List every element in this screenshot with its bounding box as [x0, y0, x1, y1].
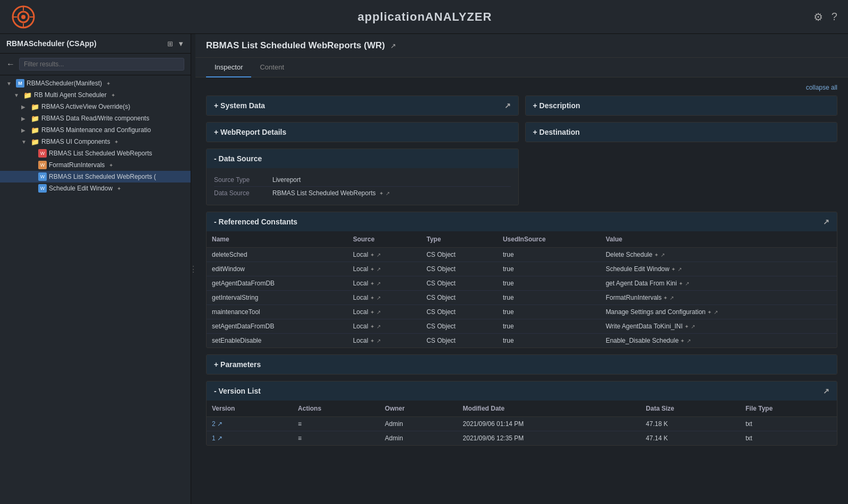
chevron-icon: ▶	[21, 116, 29, 121]
external-link-icon[interactable]: ↗	[376, 266, 381, 272]
webreport-details-header[interactable]: + WebReport Details	[207, 123, 518, 142]
sidebar-item-activeview[interactable]: ▶📁RBMAS ActiveView Override(s)	[0, 101, 191, 112]
sidebar-item-ui-components[interactable]: ▼📁RBMAS UI Components✦	[0, 136, 191, 147]
data-source-header[interactable]: - Data Source	[207, 149, 518, 168]
parameters-header[interactable]: + Parameters	[207, 355, 837, 374]
help-icon[interactable]: ?	[832, 11, 837, 23]
referenced-constants-header[interactable]: - Referenced Constants ↗	[207, 212, 837, 231]
dropdown-icon[interactable]: ▼	[177, 40, 184, 48]
actions-cell[interactable]: ≡	[293, 431, 380, 446]
tree-item-label: RB Multi Agent Scheduler	[34, 91, 107, 99]
version-header-file-type: File Type	[740, 401, 837, 417]
actions-cell[interactable]: ≡	[293, 417, 380, 431]
table-cell-value: Enable_Disable Schedule ✦ ↗	[601, 334, 837, 348]
webreport-details-panel: + WebReport Details	[206, 122, 519, 142]
pin-icon: ✦	[117, 186, 121, 192]
content-area: RBMAS List Scheduled WebReports (WR) ↗ I…	[195, 34, 848, 504]
system-data-label: + System Data	[214, 101, 265, 110]
pin-icon[interactable]: ✦	[370, 309, 374, 315]
pin-icon[interactable]: ✦	[370, 338, 374, 344]
description-header[interactable]: + Description	[526, 96, 837, 115]
pin-icon[interactable]: ✦	[663, 295, 667, 301]
field-row: Source TypeLivereport	[214, 173, 511, 187]
version-cell-data_size: 47.18 K	[640, 417, 740, 431]
external-link-icon[interactable]: ↗	[217, 435, 222, 442]
back-button[interactable]: ←	[6, 59, 15, 69]
sidebar-item-manifest[interactable]: ▼MRBMAScheduler(Manifest)✦	[0, 77, 191, 89]
pin-icon[interactable]: ✦	[370, 295, 374, 301]
pin-icon[interactable]: ✦	[707, 309, 712, 315]
external-link-icon[interactable]: ↗	[217, 420, 222, 428]
tab-content[interactable]: Content	[251, 58, 293, 77]
external-link-icon[interactable]: ↗	[376, 281, 381, 286]
table-cell-usedInSource: true	[498, 319, 601, 334]
external-link-icon[interactable]: ↗	[376, 338, 381, 344]
external-link-icon[interactable]: ↗	[376, 252, 381, 258]
pin-icon[interactable]: ✦	[680, 338, 684, 344]
external-link-icon[interactable]: ↗	[687, 338, 691, 344]
collapse-all-button[interactable]: collapse all	[206, 84, 837, 91]
external-link-icon[interactable]: ↗	[390, 42, 396, 50]
external-link-icon[interactable]: ↗	[670, 295, 674, 301]
system-data-header[interactable]: + System Data ↗	[207, 96, 518, 115]
external-link-icon[interactable]: ↗	[678, 266, 682, 272]
pin-icon[interactable]: ✦	[684, 324, 689, 329]
version-header-owner: Owner	[380, 401, 458, 417]
pin-icon[interactable]: ✦	[370, 281, 374, 286]
pin-icon: ✦	[111, 92, 115, 98]
chevron-icon: ▼	[6, 81, 14, 86]
sidebar-item-data-rw[interactable]: ▶📁RBMAS Data Read/Write components	[0, 112, 191, 124]
sidebar-header-icons: ⊞ ▼	[167, 40, 184, 48]
external-link-icon[interactable]: ↗	[376, 324, 381, 329]
sidebar-item-list-scheduled-2[interactable]: WRBMAS List Scheduled WebReports (	[0, 171, 191, 183]
tree-item-icon: 📁	[31, 114, 39, 123]
version-list-panel: - Version List ↗ VersionActionsOwnerModi…	[206, 381, 837, 446]
pin-icon[interactable]: ✦	[379, 190, 383, 196]
description-panel: + Description	[525, 95, 838, 116]
tree-item-icon: 📁	[31, 102, 39, 111]
version-header-version: Version	[207, 401, 293, 417]
sidebar-item-schedule-edit[interactable]: WSchedule Edit Window✦	[0, 183, 191, 194]
sidebar-item-rb-multi[interactable]: ▼📁RB Multi Agent Scheduler✦	[0, 89, 191, 101]
external-link-icon[interactable]: ↗	[376, 295, 381, 301]
table-row: setAgentDataFromDBLocal ✦ ↗CS Objecttrue…	[207, 319, 837, 334]
table-row: editWindowLocal ✦ ↗CS ObjecttrueSchedule…	[207, 262, 837, 276]
pin-icon[interactable]: ✦	[370, 252, 374, 258]
tree-item-icon: 📁	[31, 126, 39, 134]
tab-inspector[interactable]: Inspector	[206, 58, 251, 77]
app-logo[interactable]	[11, 4, 36, 30]
external-link-icon[interactable]: ↗	[714, 309, 718, 315]
table-row: deleteSchedLocal ✦ ↗CS ObjecttrueDelete …	[207, 248, 837, 262]
sidebar-item-list-scheduled[interactable]: WRBMAS List Scheduled WebReports	[0, 147, 191, 159]
external-link-icon[interactable]: ↗	[376, 309, 381, 315]
table-cell-type: CS Object	[421, 276, 498, 291]
table-cell-name: maintenanceTool	[207, 305, 348, 319]
external-link-icon[interactable]: ↗	[685, 281, 689, 286]
version-link[interactable]: 1 ↗	[212, 435, 287, 442]
pin-icon[interactable]: ✦	[370, 324, 374, 329]
sidebar-item-format-run[interactable]: WFormatRunIntervals✦	[0, 159, 191, 171]
external-link-icon[interactable]: ↗	[661, 252, 665, 258]
table-cell-name: setAgentDataFromDB	[207, 319, 348, 334]
tree-item-label: RBMAScheduler(Manifest)	[27, 80, 102, 87]
tree-item-label: RBMAS ActiveView Override(s)	[41, 103, 130, 110]
version-list-header[interactable]: - Version List ↗	[207, 381, 837, 401]
resize-handle[interactable]	[191, 34, 195, 504]
destination-header[interactable]: + Destination	[526, 123, 837, 142]
version-cell-file_type: txt	[740, 431, 837, 446]
network-icon[interactable]: ⊞	[167, 40, 173, 48]
settings-icon[interactable]: ⚙	[813, 11, 823, 23]
pin-icon[interactable]: ✦	[679, 281, 683, 286]
pin-icon[interactable]: ✦	[671, 266, 675, 272]
sidebar-item-maintenance[interactable]: ▶📁RBMAS Maintenance and Configuratio	[0, 124, 191, 136]
table-cell-value: Delete Schedule ✦ ↗	[601, 248, 837, 262]
app-title: applicationANALYZER	[357, 10, 492, 24]
pin-icon[interactable]: ✦	[370, 266, 374, 272]
external-link-icon[interactable]: ↗	[386, 190, 390, 196]
filter-input[interactable]	[19, 58, 184, 71]
pin-icon[interactable]: ✦	[654, 252, 658, 258]
right-placeholder	[525, 149, 838, 205]
svg-point-2	[21, 15, 25, 19]
external-link-icon[interactable]: ↗	[691, 324, 695, 329]
version-link[interactable]: 2 ↗	[212, 420, 287, 428]
